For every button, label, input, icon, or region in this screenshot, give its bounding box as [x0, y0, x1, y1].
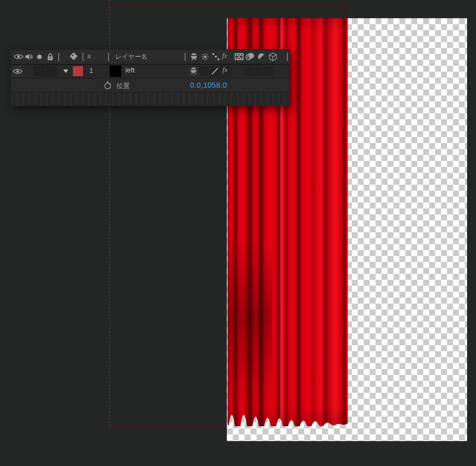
- cube-3d-icon: [268, 52, 277, 61]
- eye-icon: [13, 68, 22, 74]
- shy-icon: [190, 67, 197, 75]
- timeline-header-row: # レイヤー名: [11, 50, 290, 65]
- layer-name[interactable]: left: [125, 66, 135, 74]
- composition-pasteboard: # レイヤー名: [0, 0, 476, 466]
- quality-best-slash-icon: [211, 67, 219, 75]
- layer-quality-switch[interactable]: [210, 66, 220, 76]
- timeline-empty-row: [11, 92, 290, 106]
- fx-icon: fx: [222, 52, 227, 60]
- layer-audio-toggle[interactable]: [34, 65, 45, 77]
- motion-blur-icon: [245, 52, 255, 61]
- stopwatch-icon[interactable]: [104, 81, 112, 90]
- layer-index: 1: [89, 67, 93, 75]
- position-value[interactable]: 0.0,1058.0: [190, 81, 227, 90]
- layer-visibility-button[interactable]: [12, 65, 23, 77]
- layer-3d-switch[interactable]: [264, 66, 273, 76]
- layer-frame-blend-switch[interactable]: [244, 66, 253, 76]
- layer-shy-switch[interactable]: [189, 66, 198, 76]
- column-divider: [108, 53, 109, 61]
- quality-icon: [212, 53, 220, 61]
- lock-icon: [46, 53, 54, 61]
- layer-solo-toggle[interactable]: [46, 65, 57, 77]
- column-number-header: #: [87, 53, 91, 61]
- eye-icon: [14, 54, 23, 60]
- position-value-x[interactable]: 0.0: [190, 81, 201, 89]
- layer-motion-blur-switch[interactable]: [254, 66, 263, 76]
- position-property-label[interactable]: 位置: [116, 81, 130, 90]
- position-value-y[interactable]: 1058.0: [203, 81, 227, 89]
- layer-thumbnail: [110, 65, 121, 77]
- column-divider: [83, 53, 83, 61]
- frame-blend-icon: [234, 53, 244, 61]
- expand-triangle-icon[interactable]: [63, 69, 68, 73]
- adjustment-layer-icon: [257, 53, 266, 61]
- fx-icon: fx: [222, 66, 228, 74]
- shy-icon: [190, 53, 198, 61]
- column-divider: [185, 53, 186, 61]
- collapse-transformations-icon: [201, 53, 209, 61]
- layer-collapse-switch[interactable]: [199, 66, 208, 76]
- layer-fx-switch[interactable]: fx: [221, 66, 232, 76]
- layer-label-color-swatch[interactable]: [73, 66, 83, 76]
- layer-row[interactable]: 1 left fx: [11, 65, 290, 78]
- timeline-panel: # レイヤー名: [10, 49, 290, 106]
- speaker-icon: [25, 53, 33, 60]
- position-property-row: 位置 0.0,1058.0: [11, 78, 290, 92]
- label-tag-icon: [69, 52, 78, 61]
- column-divider: [58, 53, 59, 61]
- column-divider: [287, 53, 288, 61]
- column-layer-name-header: レイヤー名: [115, 53, 147, 61]
- solo-circle-icon: [37, 54, 42, 59]
